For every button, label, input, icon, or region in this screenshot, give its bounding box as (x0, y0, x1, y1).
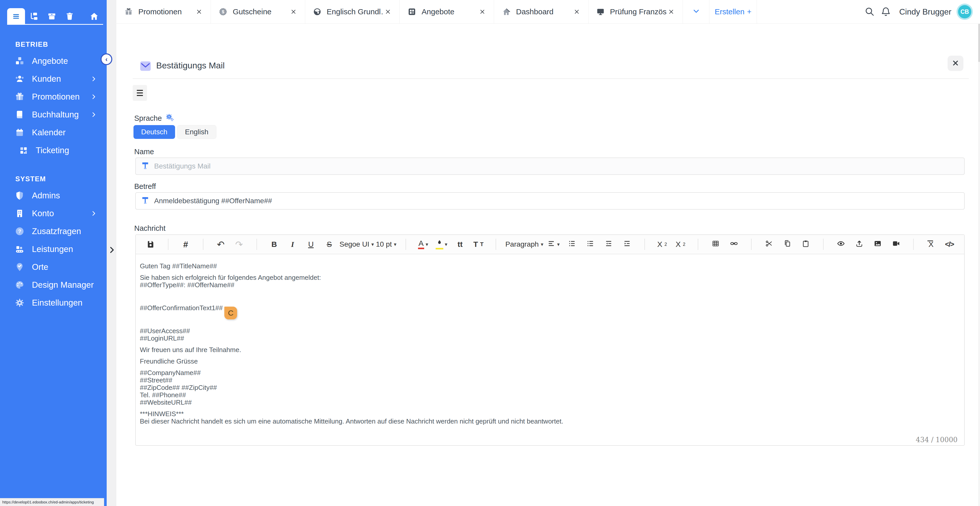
notifications-button[interactable] (878, 0, 894, 24)
editor-body[interactable]: Guten Tag ##TitleName## Sie haben sich e… (136, 254, 964, 433)
save-button[interactable] (142, 238, 159, 251)
highlight-icon (436, 239, 443, 250)
sidebar-item-ticketing[interactable]: Ticketing (0, 142, 107, 159)
outdent-button[interactable] (600, 238, 617, 251)
align-button[interactable]: ▾ (546, 238, 562, 251)
cut-button[interactable] (761, 238, 777, 251)
font-size-select[interactable]: 10 pt▾ (376, 238, 396, 251)
paste-button[interactable] (797, 238, 814, 251)
language-settings-gear-icon[interactable] (165, 113, 174, 122)
video-button[interactable] (888, 238, 904, 251)
paragraph-style-select[interactable]: Paragraph▾ (505, 238, 543, 251)
tab-close-icon[interactable] (383, 7, 393, 17)
unordered-list-button[interactable] (582, 238, 598, 251)
clipboard-icon (802, 240, 810, 249)
highlight-color-button[interactable]: ▾ (434, 238, 450, 251)
link-button[interactable] (726, 238, 742, 251)
tabbar-more-dropdown[interactable] (683, 0, 710, 24)
indent-button[interactable] (619, 238, 635, 251)
bold-button[interactable]: B (266, 238, 282, 251)
tab-close-icon[interactable] (477, 7, 487, 17)
sidebar-item-admins[interactable]: Admins (0, 187, 107, 205)
language-deutsch-button[interactable]: Deutsch (134, 125, 175, 139)
create-tab-button[interactable]: Erstellen+ (710, 0, 757, 24)
chevron-right-icon (90, 111, 97, 118)
preview-button[interactable] (833, 238, 849, 251)
chevron-right-icon (90, 76, 97, 82)
lowercase-button[interactable]: tt (452, 238, 468, 251)
search-button[interactable] (861, 0, 878, 24)
scissors-icon (765, 240, 773, 249)
sidebar-expand-chevron[interactable] (107, 246, 116, 255)
ordered-list-button[interactable] (564, 238, 580, 251)
superscript-button[interactable]: X2 (654, 238, 670, 251)
tab-englisch-grundl[interactable]: Englisch Grundl… (305, 0, 400, 24)
hamburger-icon (137, 90, 143, 91)
sidebar-item-buchhaltung[interactable]: Buchhaltung (0, 106, 107, 124)
upload-button[interactable] (851, 238, 867, 251)
user-name[interactable]: Cindy Brugger (899, 7, 951, 17)
code-view-button[interactable]: </> (941, 238, 958, 251)
sidebar-item-zusatzfragen[interactable]: ? Zusatzfragen (0, 222, 107, 240)
clear-format-button[interactable]: X (923, 238, 939, 251)
language-english-button[interactable]: English (177, 125, 216, 139)
tab-dashboard[interactable]: Dashboard (494, 0, 589, 24)
book-icon (14, 110, 25, 119)
sidebar-item-einstellungen[interactable]: Einstellungen (0, 294, 107, 312)
sidebar-tree-button[interactable] (25, 8, 43, 24)
sidebar-collapse-toggle[interactable]: ‹ (100, 53, 112, 65)
close-panel-button[interactable] (948, 56, 963, 71)
sidebar-item-design-manager[interactable]: Design Manager (0, 276, 107, 294)
sidebar-item-orte[interactable]: Orte (0, 258, 107, 276)
chevron-right-icon (90, 94, 97, 100)
redo-button[interactable]: ↷ (231, 238, 247, 251)
image-button[interactable] (870, 238, 886, 251)
sidebar-item-kunden[interactable]: Kunden (0, 70, 107, 88)
underline-button[interactable]: U (303, 238, 319, 251)
tab-gutscheine[interactable]: $ Gutscheine (211, 0, 305, 24)
chevron-down-icon: ▾ (541, 241, 543, 247)
sidebar-item-leistungen[interactable]: Leistungen (0, 240, 107, 258)
subscript-button[interactable]: X2 (672, 238, 689, 251)
sidebar-menu-button[interactable] (7, 8, 25, 24)
uppercase-button[interactable]: TT (470, 238, 487, 251)
sidebar-archive-button[interactable] (43, 8, 61, 24)
strikethrough-button[interactable]: S (321, 238, 337, 251)
sidebar-item-angebote[interactable]: Angebote (0, 52, 107, 70)
subject-input[interactable] (154, 193, 964, 208)
scrollbar-track[interactable] (978, 24, 980, 506)
sidebar: BETRIEB Angebote Kunden Promotionen (0, 0, 107, 506)
form-menu-button[interactable] (133, 85, 147, 101)
copy-button[interactable] (779, 238, 795, 251)
table-button[interactable] (708, 238, 724, 251)
sidebar-item-promotionen[interactable]: Promotionen (0, 88, 107, 106)
sidebar-home-button[interactable] (85, 8, 103, 24)
tab-pruefung-franzoesisch[interactable]: Prüfung Französi… (589, 0, 683, 24)
language-toggle: Deutsch English (134, 125, 216, 139)
name-input[interactable] (154, 159, 964, 174)
sidebar-item-konto[interactable]: Konto (0, 205, 107, 222)
italic-button[interactable]: I (284, 238, 301, 251)
sidebar-trash-button[interactable] (61, 8, 79, 24)
font-family-select[interactable]: Segoe UI▾ (339, 238, 374, 251)
avatar[interactable]: CB (958, 5, 971, 18)
tab-close-icon[interactable] (194, 7, 204, 17)
undo-button[interactable]: ↶ (213, 238, 229, 251)
tab-close-icon[interactable] (667, 7, 676, 17)
font-color-icon: A (418, 239, 424, 249)
sidebar-item-kalender[interactable]: Kalender (0, 124, 107, 142)
scrollbar-thumb[interactable] (978, 24, 980, 62)
undo-icon: ↶ (217, 239, 224, 250)
chevron-down-icon: ▾ (371, 241, 374, 247)
tab-close-icon[interactable] (572, 7, 582, 17)
font-color-button[interactable]: A▾ (415, 238, 431, 251)
archive-box-icon (47, 12, 56, 21)
insert-placeholder-button[interactable]: # (177, 238, 194, 251)
tab-promotionen[interactable]: Promotionen (116, 0, 211, 24)
calendar-icon (14, 128, 25, 137)
tabbar: Promotionen $ Gutscheine Englisch Grundl… (116, 0, 980, 24)
qr-code-icon (18, 146, 29, 155)
tab-close-icon[interactable] (289, 7, 298, 17)
tab-angebote[interactable]: Angebote (400, 0, 494, 24)
browser-status-url: https://develop01.edoobox.ch/ed-admin/ap… (0, 498, 104, 506)
